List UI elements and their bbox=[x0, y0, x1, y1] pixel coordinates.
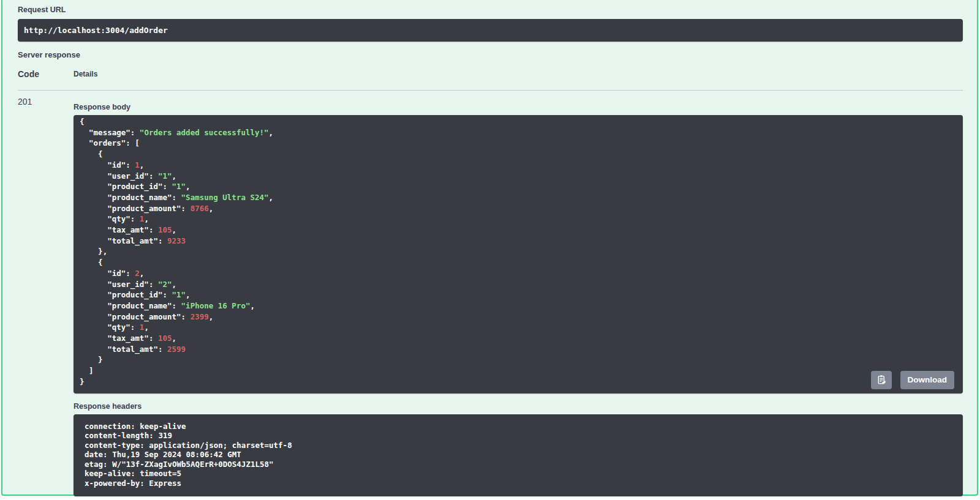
request-url-bar: http://localhost:3004/addOrder bbox=[18, 19, 963, 42]
response-body-actions: Download bbox=[871, 371, 955, 389]
server-response-title: Server response bbox=[18, 50, 963, 59]
response-body-block: { "message": "Orders added successfully!… bbox=[74, 115, 963, 394]
response-details: Response body { "message": "Orders added… bbox=[74, 97, 963, 496]
response-body-code: { "message": "Orders added successfully!… bbox=[74, 115, 963, 394]
response-row: 201 Response body { "message": "Orders a… bbox=[18, 91, 963, 496]
copy-to-clipboard-button[interactable] bbox=[871, 371, 892, 389]
request-url-value: http://localhost:3004/addOrder bbox=[24, 26, 168, 35]
panel-content: Request URL http://localhost:3004/addOrd… bbox=[2, 0, 977, 496]
operation-response-panel: Request URL http://localhost:3004/addOrd… bbox=[1, 0, 978, 496]
status-code: 201 bbox=[18, 97, 74, 496]
response-headers-block: connection: keep-alive content-length: 3… bbox=[74, 414, 963, 497]
response-headers-code: connection: keep-alive content-length: 3… bbox=[74, 414, 963, 497]
responses-table-header: Code Details bbox=[18, 69, 963, 91]
response-headers-label: Response headers bbox=[74, 402, 963, 411]
details-column-header: Details bbox=[74, 70, 963, 79]
code-column-header: Code bbox=[18, 69, 74, 80]
response-body-label: Response body bbox=[74, 103, 963, 112]
responses-table: Code Details 201 Response body { "messag… bbox=[18, 69, 963, 496]
download-button[interactable]: Download bbox=[900, 371, 955, 389]
clipboard-copy-icon bbox=[876, 375, 886, 385]
request-url-label: Request URL bbox=[18, 6, 963, 15]
